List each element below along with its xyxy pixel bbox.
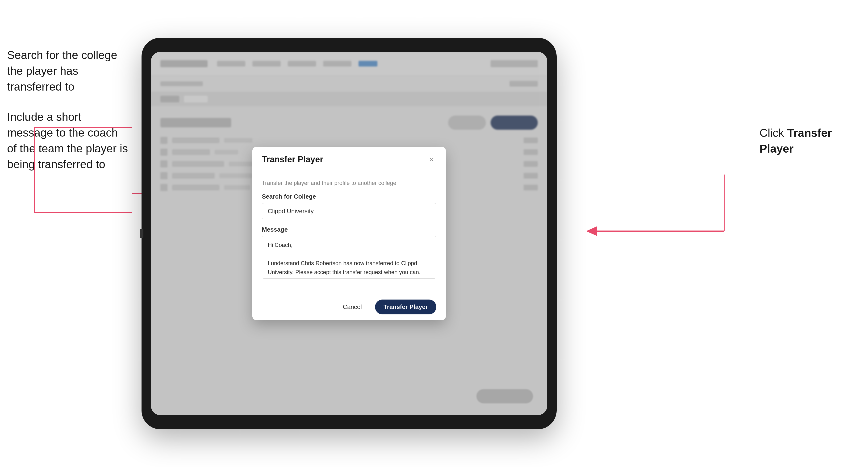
college-search-group: Search for College [262, 193, 436, 219]
college-search-input[interactable] [262, 203, 436, 219]
modal-overlay: Transfer Player × Transfer the player an… [151, 52, 547, 415]
annotation-search: Search for the college the player has tr… [7, 47, 130, 95]
transfer-player-button[interactable]: Transfer Player [375, 300, 436, 314]
college-search-label: Search for College [262, 193, 436, 200]
message-textarea[interactable]: Hi Coach, I understand Chris Robertson h… [262, 236, 436, 279]
modal-footer: Cancel Transfer Player [252, 294, 446, 320]
tablet-side-button [140, 229, 144, 238]
tablet-screen: Transfer Player × Transfer the player an… [151, 52, 547, 415]
tablet-body: Transfer Player × Transfer the player an… [142, 38, 557, 429]
tablet-device: Transfer Player × Transfer the player an… [142, 38, 557, 429]
modal-header: Transfer Player × [252, 147, 446, 172]
cancel-button[interactable]: Cancel [335, 300, 369, 314]
message-group: Message Hi Coach, I understand Chris Rob… [262, 226, 436, 280]
annotation-click: Click Transfer Player [760, 125, 849, 157]
message-label: Message [262, 226, 436, 233]
right-annotation: Click Transfer Player [760, 125, 849, 157]
modal-description: Transfer the player and their profile to… [262, 180, 436, 186]
annotation-transfer-bold: Transfer Player [760, 127, 832, 155]
svg-marker-6 [586, 226, 597, 236]
annotation-message: Include a short message to the coach of … [7, 109, 130, 173]
left-annotations: Search for the college the player has tr… [7, 47, 130, 186]
transfer-player-modal: Transfer Player × Transfer the player an… [252, 147, 446, 320]
modal-body: Transfer the player and their profile to… [252, 172, 446, 294]
modal-title: Transfer Player [262, 154, 323, 164]
modal-close-button[interactable]: × [427, 155, 436, 164]
